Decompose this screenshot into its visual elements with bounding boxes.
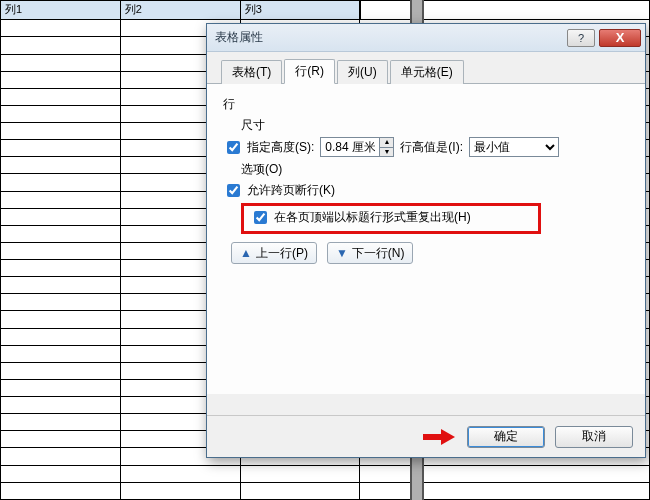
table-row [1, 482, 650, 499]
help-button[interactable]: ? [567, 29, 595, 47]
height-spinner[interactable]: ▲ ▼ [320, 137, 394, 157]
allow-break-input[interactable] [227, 184, 240, 197]
col-header-3[interactable]: 列3 [240, 1, 360, 20]
row-height-type-select[interactable]: 最小值 [469, 137, 559, 157]
allow-break-checkbox[interactable]: 允许跨页断行(K) [223, 181, 335, 200]
specify-height-text: 指定高度(S): [247, 139, 314, 156]
close-icon: X [616, 30, 625, 45]
help-icon: ? [578, 32, 584, 44]
dialog-footer: 确定 取消 [207, 415, 645, 457]
table-row [1, 465, 650, 482]
arrow-up-icon: ▲ [240, 246, 252, 260]
spin-down-icon[interactable]: ▼ [379, 147, 393, 156]
options-label: 选项(O) [241, 161, 629, 178]
spin-up-icon[interactable]: ▲ [379, 138, 393, 147]
next-row-button[interactable]: ▼ 下一行(N) [327, 242, 414, 264]
col-header-blank [360, 1, 650, 20]
tab-column[interactable]: 列(U) [337, 60, 388, 84]
repeat-header-input[interactable] [254, 211, 267, 224]
row-tab-pane: 行 尺寸 指定高度(S): ▲ ▼ 行高值是(I): 最小值 选项(O) [207, 84, 645, 394]
titlebar[interactable]: 表格属性 ? X [207, 24, 645, 52]
col-header-1[interactable]: 列1 [1, 1, 121, 20]
allow-break-text: 允许跨页断行(K) [247, 182, 335, 199]
prev-row-label: 上一行(P) [256, 245, 308, 262]
row-height-is-label: 行高值是(I): [400, 139, 463, 156]
close-button[interactable]: X [599, 29, 641, 47]
prev-row-button[interactable]: ▲ 上一行(P) [231, 242, 317, 264]
repeat-header-text: 在各页顶端以标题行形式重复出现(H) [274, 209, 471, 226]
annotation-arrow-icon [423, 430, 457, 444]
size-label: 尺寸 [241, 117, 629, 134]
repeat-header-checkbox[interactable]: 在各页顶端以标题行形式重复出现(H) [250, 208, 532, 227]
arrow-down-icon: ▼ [336, 246, 348, 260]
specify-height-checkbox[interactable]: 指定高度(S): [223, 138, 314, 157]
tab-row[interactable]: 行(R) [284, 59, 335, 84]
cancel-button[interactable]: 取消 [555, 426, 633, 448]
table-header-row: 列1 列2 列3 [1, 1, 650, 20]
tab-table[interactable]: 表格(T) [221, 60, 282, 84]
highlight-box: 在各页顶端以标题行形式重复出现(H) [241, 203, 541, 234]
row-label: 行 [223, 96, 629, 113]
next-row-label: 下一行(N) [352, 245, 405, 262]
tab-strip: 表格(T) 行(R) 列(U) 单元格(E) [207, 52, 645, 84]
ok-button[interactable]: 确定 [467, 426, 545, 448]
table-properties-dialog: 表格属性 ? X 表格(T) 行(R) 列(U) 单元格(E) 行 尺寸 指定高… [206, 23, 646, 458]
height-value-input[interactable] [321, 138, 379, 156]
dialog-title: 表格属性 [215, 29, 563, 46]
tab-cell[interactable]: 单元格(E) [390, 60, 464, 84]
col-header-2[interactable]: 列2 [120, 1, 240, 20]
specify-height-input[interactable] [227, 141, 240, 154]
